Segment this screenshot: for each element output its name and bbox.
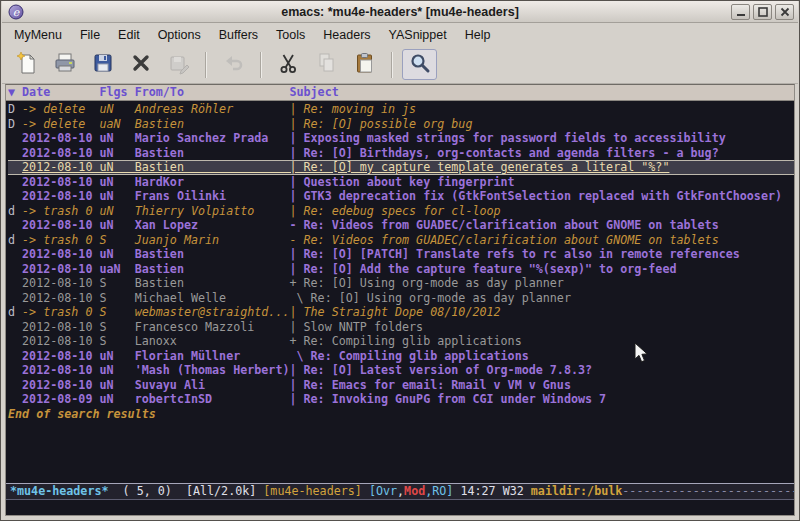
message-text: 2012-08-10 S Bastien + Re: [O] Using org… <box>22 276 564 290</box>
mark-prefix <box>8 320 22 334</box>
mark-prefix <box>8 334 22 348</box>
menu-headers[interactable]: Headers <box>314 25 379 45</box>
minimize-button[interactable] <box>731 4 750 20</box>
message-text: -> trash 0 S webmaster@straightd...| The… <box>22 305 500 319</box>
mark-prefix <box>8 363 22 377</box>
save-button[interactable] <box>85 49 120 80</box>
menu-help[interactable]: Help <box>456 25 500 45</box>
message-row[interactable]: d -> trash 0 S Juanjo Marin - Re: Videos… <box>8 233 794 248</box>
mark-prefix <box>8 378 22 392</box>
mark-prefix: d <box>8 233 22 247</box>
menu-options[interactable]: Options <box>149 25 210 45</box>
open-file-icon <box>53 51 77 79</box>
message-text: 2012-08-10 uN Frans Oilinki | GTK3 depre… <box>22 189 782 203</box>
toolbar-separator <box>260 52 262 78</box>
end-of-results: End of search results <box>8 407 794 422</box>
copy-button <box>309 49 344 80</box>
cut-button[interactable] <box>271 49 306 80</box>
mu4e-headers-buffer: ▼ Date Flgs From/To Subject D -> delete … <box>5 84 795 516</box>
save-icon <box>91 51 115 79</box>
menu-buffers[interactable]: Buffers <box>210 25 267 45</box>
paste-button[interactable] <box>347 49 382 80</box>
modeline-segment: ----------------------------------------… <box>622 484 794 498</box>
mark-prefix <box>8 392 22 406</box>
modeline-segment: W32 <box>503 484 531 498</box>
message-row[interactable]: 2012-08-10 uN Florian Müllner \ Re: Comp… <box>8 349 794 364</box>
message-row[interactable]: 2012-08-10 uN Bastien | Re: [O] my captu… <box>8 160 794 175</box>
undo-icon <box>222 51 246 79</box>
modeline-segment: Mod <box>404 484 425 498</box>
search-button[interactable] <box>402 49 437 80</box>
message-text: 2012-08-10 uN Bastien | Re: [O] Birthday… <box>22 146 719 160</box>
message-row[interactable]: 2012-08-10 S Michael Welle \ Re: [O] Usi… <box>8 291 794 306</box>
modeline-segment: *mu4e-headers* <box>10 484 109 498</box>
mark-prefix <box>8 291 22 305</box>
modeline-segment: [ <box>369 484 376 498</box>
message-row[interactable]: 2012-08-10 uN 'Mash (Thomas Herbert)| Re… <box>8 363 794 378</box>
message-text: 2012-08-10 uN Florian Müllner \ Re: Comp… <box>22 349 529 363</box>
message-text: -> trash 0 uN Thierry Volpiatto | Re: ed… <box>22 204 500 218</box>
kill-buffer-button[interactable] <box>123 49 158 80</box>
mark-prefix <box>8 160 22 174</box>
menu-bar: MyMenuFileEditOptionsBuffersToolsHeaders… <box>2 23 798 46</box>
menu-mymenu[interactable]: MyMenu <box>5 25 71 45</box>
window-title: emacs: *mu4e-headers* [mu4e-headers] <box>2 5 798 19</box>
paste-icon <box>353 51 377 79</box>
emacs-icon: e <box>8 4 24 20</box>
message-row[interactable]: 2012-08-10 uaN Bastien | Re: [O] Add the… <box>8 262 794 277</box>
menu-file[interactable]: File <box>71 25 109 45</box>
message-row[interactable]: 2012-08-10 uN Xan Lopez - Re: Videos fro… <box>8 218 794 233</box>
modeline-segment: ] <box>446 484 460 498</box>
message-row[interactable]: 2012-08-10 S Francesco Mazzoli | Slow NN… <box>8 320 794 335</box>
message-text: 2012-08-10 uN Suvayu Ali | Re: Emacs for… <box>22 378 571 392</box>
mark-prefix <box>8 276 22 290</box>
message-text: 2012-08-10 uaN Bastien | Re: [O] Add the… <box>22 262 676 276</box>
new-file-icon <box>15 51 39 79</box>
close-button[interactable] <box>775 4 794 20</box>
message-row[interactable]: d -> trash 0 S webmaster@straightd...| T… <box>8 305 794 320</box>
toolbar-separator <box>391 52 393 78</box>
message-row[interactable]: d -> trash 0 uN Thierry Volpiatto | Re: … <box>8 204 794 219</box>
modeline-segment: 14:27 <box>460 484 502 498</box>
message-row[interactable]: 2012-08-10 uN Suvayu Ali | Re: Emacs for… <box>8 378 794 393</box>
menu-edit[interactable]: Edit <box>109 25 149 45</box>
toolbar-separator <box>205 52 207 78</box>
message-text: 2012-08-10 uN Xan Lopez - Re: Videos fro… <box>22 218 719 232</box>
modeline-segment: maildir:/bulk <box>531 484 622 498</box>
message-row[interactable]: 2012-08-10 uN HardKor | Question about k… <box>8 175 794 190</box>
message-row[interactable]: 2012-08-10 uN Mario Sanchez Prada | Expo… <box>8 131 794 146</box>
message-text: -> delete uaN Bastien | Re: [O] possible… <box>22 117 472 131</box>
mark-prefix: D <box>8 117 22 131</box>
mode-line: *mu4e-headers* ( 5, 0) [All/2.0k] [mu4e-… <box>6 483 794 500</box>
modeline-segment: ,RO <box>425 484 446 498</box>
message-row[interactable]: 2012-08-10 uN Bastien | Re: [O] [PATCH] … <box>8 247 794 262</box>
message-row[interactable]: 2012-08-10 S Lanoxx + Re: Compiling glib… <box>8 334 794 349</box>
echo-area[interactable] <box>6 500 794 515</box>
titlebar[interactable]: e emacs: *mu4e-headers* [mu4e-headers] <box>2 1 798 23</box>
mark-prefix <box>8 189 22 203</box>
mark-prefix: D <box>8 102 22 116</box>
message-text: 2012-08-10 S Francesco Mazzoli | Slow NN… <box>22 320 423 334</box>
message-row[interactable]: 2012-08-10 uN Bastien | Re: [O] Birthday… <box>8 146 794 161</box>
menu-tools[interactable]: Tools <box>267 25 314 45</box>
save-as-icon <box>167 51 191 79</box>
mark-prefix: d <box>8 305 22 319</box>
open-file-button[interactable] <box>47 49 82 80</box>
message-list: D -> delete uN Andreas Röhler | Re: movi… <box>6 101 794 483</box>
message-row[interactable]: D -> delete uN Andreas Röhler | Re: movi… <box>8 102 794 117</box>
menu-yasnippet[interactable]: YASnippet <box>380 25 456 45</box>
kill-buffer-icon <box>129 51 153 79</box>
cut-icon <box>277 51 301 79</box>
message-row[interactable]: 2012-08-10 S Bastien + Re: [O] Using org… <box>8 276 794 291</box>
emacs-window: e emacs: *mu4e-headers* [mu4e-headers] M… <box>0 0 800 521</box>
message-row[interactable]: 2012-08-10 uN Frans Oilinki | GTK3 depre… <box>8 189 794 204</box>
modeline-segment: Ovr <box>376 484 397 498</box>
mark-prefix <box>8 146 22 160</box>
message-row[interactable]: 2012-08-09 uN robertcInSD | Re: Invoking… <box>8 392 794 407</box>
mark-prefix <box>8 218 22 232</box>
message-text: 2012-08-10 uN Mario Sanchez Prada | Expo… <box>22 131 726 145</box>
maximize-button[interactable] <box>753 4 772 20</box>
header-line: ▼ Date Flgs From/To Subject <box>6 85 794 101</box>
new-file-button[interactable] <box>9 49 44 80</box>
message-row[interactable]: D -> delete uaN Bastien | Re: [O] possib… <box>8 117 794 132</box>
